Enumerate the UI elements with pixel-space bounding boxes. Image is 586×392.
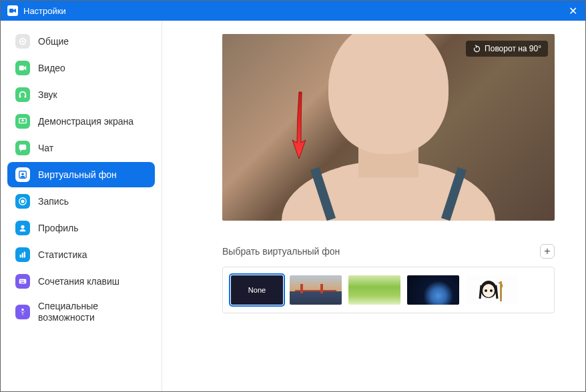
sidebar-item-video[interactable]: Видео (7, 55, 155, 81)
sidebar-item-label: Демонстрация экрана (38, 116, 147, 127)
statistics-icon (15, 247, 30, 262)
virtual-background-icon (15, 167, 30, 182)
svg-point-10 (21, 199, 24, 203)
svg-point-20 (21, 309, 24, 311)
sidebar-item-label: Чат (38, 143, 147, 154)
svg-rect-5 (25, 95, 27, 98)
window-title: Настройки (23, 6, 66, 16)
gear-icon (15, 34, 30, 49)
thumb-none-label: None (248, 286, 266, 294)
svg-point-22 (483, 284, 495, 297)
svg-rect-4 (19, 95, 21, 98)
profile-icon (15, 221, 30, 235)
sidebar-item-keyboard[interactable]: Сочетания клавиш (7, 269, 155, 294)
sidebar: Общие Видео Звук Демонстрация экрана Чат… (1, 21, 162, 391)
svg-point-2 (21, 40, 24, 43)
rotate-label: Поворот на 90° (485, 44, 541, 53)
sidebar-item-virtual-background[interactable]: Виртуальный фон (7, 162, 155, 187)
svg-rect-18 (23, 280, 24, 281)
section-title: Выбрать виртуальный фон (222, 246, 340, 257)
plus-icon: + (544, 245, 550, 257)
sidebar-item-statistics[interactable]: Статистика (7, 242, 155, 267)
record-icon (15, 194, 30, 209)
thumb-grass[interactable] (348, 275, 400, 305)
preview-person (282, 34, 495, 221)
headphones-icon (15, 87, 30, 102)
svg-rect-16 (21, 280, 21, 281)
sidebar-item-label: Специальные возможности (38, 301, 147, 323)
app-icon (7, 5, 18, 16)
sidebar-item-label: Сочетания клавиш (38, 276, 147, 287)
rotate-icon (473, 45, 481, 53)
sidebar-item-chat[interactable]: Чат (7, 135, 155, 161)
thumb-earth[interactable] (407, 275, 459, 305)
svg-rect-19 (21, 282, 24, 283)
video-preview: Поворот на 90° (222, 34, 555, 221)
screen-share-icon (15, 114, 30, 129)
rotate-button[interactable]: Поворот на 90° (466, 41, 548, 57)
svg-point-24 (490, 289, 493, 292)
sidebar-item-accessibility[interactable]: Специальные возможности (7, 295, 155, 329)
sidebar-item-label: Статистика (38, 249, 147, 261)
main-panel: Поворот на 90° Выбрать виртуальный фон +… (162, 21, 585, 391)
svg-rect-0 (9, 9, 13, 13)
svg-rect-17 (22, 280, 23, 281)
sidebar-item-label: Видео (38, 63, 147, 74)
sidebar-item-label: Общие (38, 36, 147, 47)
sidebar-item-record[interactable]: Запись (7, 189, 155, 214)
svg-rect-3 (19, 66, 24, 71)
sidebar-item-audio[interactable]: Звук (7, 82, 155, 107)
sidebar-item-profile[interactable]: Профиль (7, 215, 155, 241)
svg-rect-13 (22, 253, 23, 257)
svg-point-11 (21, 225, 24, 229)
sidebar-item-general[interactable]: Общие (7, 29, 155, 54)
chat-icon (15, 141, 30, 155)
sidebar-item-label: Запись (38, 196, 147, 207)
svg-rect-14 (24, 252, 25, 258)
sidebar-item-label: Профиль (38, 223, 147, 234)
video-icon (15, 61, 30, 75)
titlebar: Настройки ✕ (1, 1, 585, 21)
close-icon[interactable]: ✕ (569, 5, 577, 17)
thumb-anime[interactable] (466, 275, 518, 305)
svg-rect-15 (19, 279, 27, 284)
sidebar-item-label: Виртуальный фон (38, 169, 147, 181)
svg-point-8 (21, 173, 24, 175)
keyboard-icon (15, 274, 30, 289)
thumb-none[interactable]: None (231, 275, 283, 305)
svg-rect-12 (20, 255, 21, 257)
sidebar-item-screen-share[interactable]: Демонстрация экрана (7, 109, 155, 134)
accessibility-icon (15, 305, 30, 319)
svg-point-23 (485, 289, 487, 292)
background-thumbnails: None (222, 267, 555, 313)
add-background-button[interactable]: + (540, 244, 555, 259)
sidebar-item-label: Звук (38, 89, 147, 101)
thumb-bridge[interactable] (290, 275, 342, 305)
